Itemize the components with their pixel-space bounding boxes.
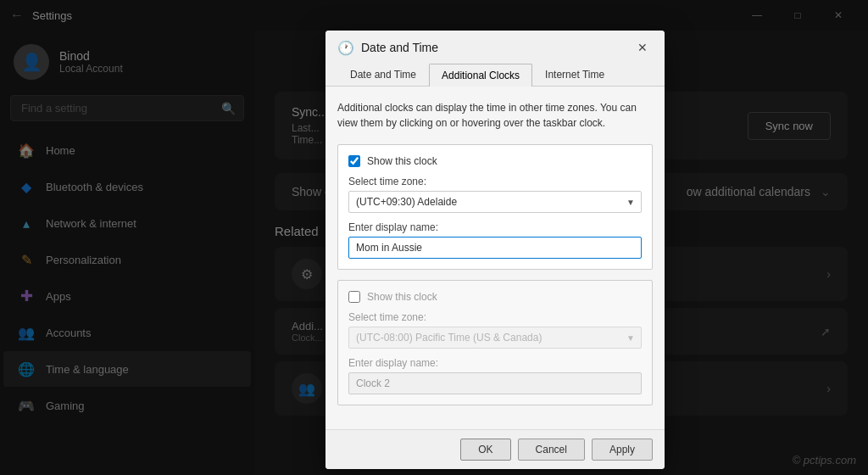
clock-1-section: Show this clock Select time zone: (UTC+0…	[337, 144, 653, 270]
cancel-button[interactable]: Cancel	[518, 439, 585, 461]
date-time-dialog: 🕐 Date and Time ✕ Date and Time Addition…	[326, 31, 665, 469]
clock-1-tz-select[interactable]: (UTC+09:30) Adelaide (UTC+10:00) Sydney …	[348, 191, 642, 213]
clock-1-name-input[interactable]	[348, 237, 642, 259]
clock-2-checkbox-row: Show this clock	[348, 291, 642, 303]
dialog-body: Additional clocks can display the time i…	[326, 87, 665, 429]
clock-1-checkbox-row: Show this clock	[348, 155, 642, 167]
clock-2-tz-wrapper: (UTC-08:00) Pacific Time (US & Canada) ▼	[348, 327, 642, 349]
clock-2-show-label: Show this clock	[367, 291, 437, 303]
dialog-description: Additional clocks can display the time i…	[337, 100, 653, 131]
tab-additional-clocks[interactable]: Additional Clocks	[429, 64, 532, 87]
clock-2-tz-select[interactable]: (UTC-08:00) Pacific Time (US & Canada)	[348, 327, 642, 349]
clock-1-checkbox[interactable]	[348, 155, 360, 167]
settings-window: ← Settings — □ ✕ 👤 Binod Local Account 🔍	[0, 0, 868, 475]
ok-button[interactable]: OK	[460, 439, 510, 461]
tab-internet-time[interactable]: Internet Time	[532, 63, 617, 86]
clock-1-show-label: Show this clock	[367, 155, 437, 167]
dialog-title-bar: 🕐 Date and Time ✕	[326, 31, 665, 56]
clock-2-name-label: Enter display name:	[348, 357, 642, 369]
clock-2-name-input	[348, 372, 642, 394]
clock-2-tz-label: Select time zone:	[348, 311, 642, 323]
apply-button[interactable]: Apply	[592, 439, 653, 461]
dialog-close-button[interactable]: ✕	[632, 39, 653, 56]
dialog-title: Date and Time	[361, 41, 438, 54]
clock-2-section: Show this clock Select time zone: (UTC-0…	[337, 280, 653, 405]
clock-1-name-label: Enter display name:	[348, 221, 642, 233]
tab-date-time[interactable]: Date and Time	[337, 63, 429, 86]
clock-2-checkbox[interactable]	[348, 291, 360, 303]
modal-overlay: 🕐 Date and Time ✕ Date and Time Addition…	[0, 0, 868, 475]
dialog-title-left: 🕐 Date and Time	[337, 40, 438, 56]
dialog-tabs: Date and Time Additional Clocks Internet…	[326, 56, 665, 87]
dialog-footer: OK Cancel Apply	[326, 429, 665, 469]
clock-1-tz-wrapper: (UTC+09:30) Adelaide (UTC+10:00) Sydney …	[348, 191, 642, 213]
clock-1-tz-label: Select time zone:	[348, 176, 642, 187]
dialog-clock-icon: 🕐	[337, 40, 354, 56]
